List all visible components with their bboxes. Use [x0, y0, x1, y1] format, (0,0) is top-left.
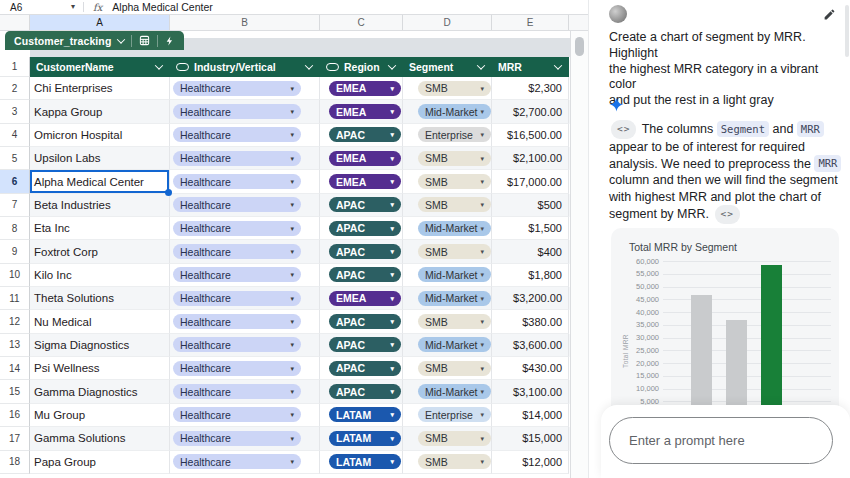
cell-industry[interactable]: Healthcare▾ [170, 170, 320, 193]
cell-mrr[interactable]: $430.00 [492, 357, 569, 380]
row-number[interactable]: 5 [0, 147, 30, 170]
row-number[interactable]: 17 [0, 427, 30, 450]
cell-region[interactable]: APAC▾ [320, 357, 403, 380]
cell-segment[interactable]: SMB▾ [403, 451, 492, 474]
row-number[interactable]: 7 [0, 194, 30, 217]
cell-region[interactable]: EMEA▾ [320, 170, 403, 193]
cell-industry[interactable]: Healthcare▾ [170, 380, 320, 403]
region-pill[interactable]: APAC▾ [329, 384, 401, 399]
cell-region[interactable]: LATAM▾ [320, 404, 403, 427]
cell-mrr[interactable]: $2,700.00 [492, 100, 569, 123]
column-header-mrr[interactable]: MRR [492, 57, 569, 77]
row-number[interactable]: 9 [0, 240, 30, 263]
panel-scrollbar[interactable] [845, 5, 849, 57]
segment-pill[interactable]: SMB▾ [418, 174, 491, 189]
column-letter-e[interactable]: E [492, 15, 569, 30]
industry-pill[interactable]: Healthcare▾ [173, 267, 301, 282]
chevron-down-icon[interactable] [305, 61, 313, 69]
row-number[interactable]: 10 [0, 264, 30, 287]
cell-segment[interactable]: SMB▾ [403, 147, 492, 170]
segment-pill[interactable]: SMB▾ [418, 454, 491, 469]
formula-value[interactable]: Alpha Medical Center [112, 1, 212, 13]
cell-region[interactable]: APAC▾ [320, 380, 403, 403]
cell-mrr[interactable]: $14,000 [492, 404, 569, 427]
row-number[interactable]: 1 [0, 57, 30, 77]
cell-industry[interactable]: Healthcare▾ [170, 357, 320, 380]
cell-industry[interactable]: Healthcare▾ [170, 451, 320, 474]
row-number[interactable]: 11 [0, 287, 30, 310]
cell-mrr[interactable]: $15,000 [492, 427, 569, 450]
cell-customer-name[interactable]: Psi Wellness [30, 357, 170, 380]
cell-customer-name[interactable]: Theta Solutions [30, 287, 170, 310]
industry-pill[interactable]: Healthcare▾ [173, 81, 301, 96]
industry-pill[interactable]: Healthcare▾ [173, 314, 301, 329]
cell-mrr[interactable]: $12,000 [492, 451, 569, 474]
cell-industry[interactable]: Healthcare▾ [170, 124, 320, 147]
segment-pill[interactable]: SMB▾ [418, 244, 491, 259]
cell-customer-name[interactable]: Chi Enterprises [30, 77, 170, 100]
column-header-customername[interactable]: CustomerName [30, 57, 170, 77]
cell-industry[interactable]: Healthcare▾ [170, 334, 320, 357]
cell-segment[interactable]: SMB▾ [403, 427, 492, 450]
row-number[interactable]: 16 [0, 404, 30, 427]
cell-mrr[interactable]: $2,100.00 [492, 147, 569, 170]
cell-segment[interactable]: Mid-Market▾ [403, 287, 492, 310]
region-pill[interactable]: EMEA▾ [329, 151, 401, 166]
cell-region[interactable]: LATAM▾ [320, 451, 403, 474]
name-box-dropdown-icon[interactable]: ▾ [71, 3, 75, 11]
region-pill[interactable]: APAC▾ [329, 337, 401, 352]
column-header-region[interactable]: Region [320, 57, 403, 77]
row-number[interactable]: 15 [0, 380, 30, 403]
industry-pill[interactable]: Healthcare▾ [173, 151, 301, 166]
column-header-segment[interactable]: Segment [403, 57, 492, 77]
cell-region[interactable]: EMEA▾ [320, 287, 403, 310]
industry-pill[interactable]: Healthcare▾ [173, 221, 301, 236]
cell-customer-name[interactable]: Alpha Medical Center [30, 170, 170, 193]
lightning-bolt-icon[interactable] [165, 35, 175, 47]
region-pill[interactable]: EMEA▾ [329, 81, 401, 96]
cell-customer-name[interactable]: Gamma Solutions [30, 427, 170, 450]
chevron-down-icon[interactable] [477, 61, 485, 69]
segment-pill[interactable]: Enterprise▾ [418, 127, 491, 142]
region-pill[interactable]: APAC▾ [329, 361, 401, 376]
cell-segment[interactable]: Mid-Market▾ [403, 217, 492, 240]
chevron-down-icon[interactable] [155, 61, 163, 69]
cell-region[interactable]: APAC▾ [320, 124, 403, 147]
chevron-down-icon[interactable] [117, 35, 125, 43]
cell-mrr[interactable]: $380.00 [492, 310, 569, 333]
cell-segment[interactable]: Enterprise▾ [403, 404, 492, 427]
industry-pill[interactable]: Healthcare▾ [173, 361, 301, 376]
name-box[interactable]: A6 ▾ [0, 0, 83, 14]
region-pill[interactable]: APAC▾ [329, 314, 401, 329]
row-number[interactable]: 12 [0, 310, 30, 333]
region-pill[interactable]: APAC▾ [329, 221, 401, 236]
cell-region[interactable]: APAC▾ [320, 217, 403, 240]
sheet-vertical-scrollbar[interactable] [570, 31, 588, 478]
row-number[interactable]: 13 [0, 334, 30, 357]
segment-pill[interactable]: Enterprise▾ [418, 407, 491, 422]
cell-mrr[interactable]: $1,800 [492, 264, 569, 287]
region-pill[interactable]: EMEA▾ [329, 174, 401, 189]
cell-segment[interactable]: Enterprise▾ [403, 124, 492, 147]
region-pill[interactable]: APAC▾ [329, 267, 401, 282]
cell-segment[interactable]: SMB▾ [403, 194, 492, 217]
scrollbar-thumb[interactable] [575, 37, 584, 56]
cell-customer-name[interactable]: Sigma Diagnostics [30, 334, 170, 357]
cell-mrr[interactable]: $3,100.00 [492, 380, 569, 403]
cell-segment[interactable]: SMB▾ [403, 310, 492, 333]
cell-mrr[interactable]: $500 [492, 194, 569, 217]
cell-customer-name[interactable]: Nu Medical [30, 310, 170, 333]
region-pill[interactable]: APAC▾ [329, 197, 401, 212]
cell-region[interactable]: EMEA▾ [320, 100, 403, 123]
industry-pill[interactable]: Healthcare▾ [173, 244, 301, 259]
segment-pill[interactable]: SMB▾ [418, 151, 491, 166]
chevron-down-icon[interactable] [554, 61, 562, 69]
cell-industry[interactable]: Healthcare▾ [170, 240, 320, 263]
segment-pill[interactable]: Mid-Market▾ [418, 104, 491, 119]
cell-mrr[interactable]: $3,600.00 [492, 334, 569, 357]
column-letter-d[interactable]: D [403, 15, 492, 30]
cell-segment[interactable]: Mid-Market▾ [403, 380, 492, 403]
segment-pill[interactable]: Mid-Market▾ [418, 221, 491, 236]
cell-segment[interactable]: Mid-Market▾ [403, 100, 492, 123]
row-number[interactable]: 18 [0, 451, 30, 474]
